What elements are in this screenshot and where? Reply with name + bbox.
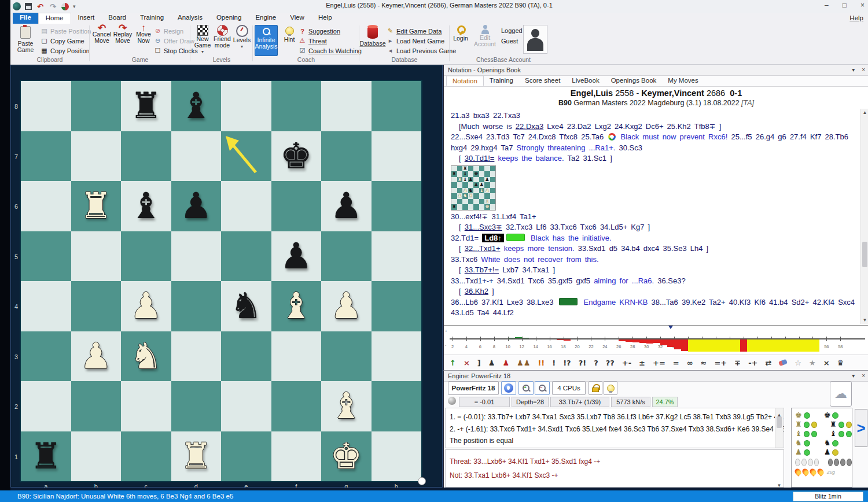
- replay-move-button[interactable]: ↷ Replay Move: [112, 25, 133, 55]
- move-text[interactable]: 32.Td1=: [451, 234, 482, 242]
- square-h4[interactable]: [372, 281, 422, 331]
- database-button[interactable]: Database: [361, 25, 384, 55]
- annotation-symbol-25[interactable]: ×: [823, 359, 830, 367]
- panel-close-icon[interactable]: ×: [862, 65, 865, 75]
- piece-black-P-f5[interactable]: ♟: [271, 231, 322, 282]
- square-a4[interactable]: [21, 281, 71, 331]
- move-text[interactable]: 36...Lb6 37.Kf1 Lxe3 38.Lxe3: [451, 298, 557, 307]
- move-text[interactable]: Black has the initiative.: [527, 234, 612, 242]
- suggestion-button[interactable]: ? Suggestion: [299, 26, 340, 36]
- square-a7[interactable]: [21, 131, 71, 182]
- scroll-up-icon[interactable]: ▲: [861, 110, 868, 115]
- maximize-button[interactable]: □: [843, 1, 847, 9]
- piece-black-R-a1[interactable]: ♜: [21, 431, 71, 482]
- notation-line[interactable]: ♜♜♝♚♜♝♟♟♟♟♟♞♝♟♟♞♜♝♜♚: [451, 164, 858, 212]
- tab-training[interactable]: Training: [133, 13, 171, 24]
- move-text[interactable]: 33.Tb7+!=: [465, 265, 499, 274]
- square-c1[interactable]: [121, 431, 171, 482]
- annotation-symbol-7[interactable]: !: [552, 359, 556, 367]
- notation-tab-openings-book[interactable]: Openings Book: [605, 76, 663, 86]
- square-b5[interactable]: [71, 231, 122, 282]
- piece-black-P-g6[interactable]: ♟: [321, 181, 372, 231]
- notation-tab-livebook[interactable]: LiveBook: [566, 76, 605, 86]
- panel-dropdown-icon[interactable]: ▾: [852, 65, 855, 75]
- move-text[interactable]: [Much worse is: [459, 122, 516, 131]
- annotation-symbol-10[interactable]: ?: [594, 359, 598, 367]
- coach-watching-checkbox[interactable]: ☑: [299, 47, 306, 54]
- piece-black-B-d8[interactable]: ♝: [171, 81, 222, 131]
- notation-line[interactable]: 33.Txc6 White does not recover from this…: [451, 254, 858, 265]
- piece-black-N-e4[interactable]: ♞: [221, 281, 271, 331]
- square-f8[interactable]: [271, 81, 322, 131]
- current-move[interactable]: Ld8↑: [482, 234, 504, 242]
- annotation-symbol-15[interactable]: =: [673, 359, 679, 367]
- move-text[interactable]: 30.Td1!=: [465, 154, 495, 163]
- square-f6[interactable]: [271, 181, 322, 231]
- square-d3[interactable]: [171, 331, 222, 382]
- tab-help[interactable]: Help: [311, 13, 339, 24]
- annotation-symbol-16[interactable]: ∞: [687, 359, 693, 367]
- annotation-symbol-21[interactable]: ⇄: [765, 359, 771, 367]
- cancel-move-button[interactable]: ↶ Cancel Move: [91, 25, 112, 55]
- square-d5[interactable]: [171, 231, 222, 282]
- square-g8[interactable]: [321, 81, 372, 131]
- annotation-symbol-5[interactable]: ♟♟: [517, 359, 530, 367]
- engine-hint-button[interactable]: [604, 381, 617, 395]
- hint-button[interactable]: Hint: [279, 25, 300, 55]
- annotation-symbol-3[interactable]: ♟: [488, 359, 495, 367]
- load-previous-game-button[interactable]: ◂ Load Previous Game: [387, 46, 456, 56]
- annotation-symbol-12[interactable]: +-: [622, 359, 631, 367]
- piece-black-P-d6[interactable]: ♟: [171, 181, 222, 231]
- move-text[interactable]: 36.Kh2: [465, 287, 488, 296]
- move-text[interactable]: 32...Txd1+: [465, 244, 501, 253]
- cpus-button[interactable]: 4 CPUs: [552, 381, 586, 395]
- square-h7[interactable]: [372, 131, 422, 182]
- notation-line[interactable]: 33...Txd1+-+ 34.Sxd1 Txc6 35.gxf5 gxf5 a…: [451, 276, 858, 287]
- levels-dropdown-icon[interactable]: ▾: [241, 43, 243, 50]
- square-d7[interactable]: [171, 131, 222, 182]
- notation-line[interactable]: [ 33.Tb7+!= Lxb7 34.Txa1 ]: [451, 265, 858, 276]
- engine-scrollbar-thumb[interactable]: [777, 416, 782, 428]
- annotation-symbol-1[interactable]: ×: [464, 359, 470, 367]
- notation-line[interactable]: [ 32...Txd1+ keeps more tension. 33.Sxd1…: [451, 243, 858, 254]
- notation-line[interactable]: 32.Td1= Ld8↑ Black has the initiative.: [451, 233, 858, 244]
- decrease-lines-button[interactable]: −: [535, 381, 550, 395]
- square-d2[interactable]: [171, 381, 222, 431]
- levels-button[interactable]: Levels ▾: [231, 25, 252, 55]
- piece-white-B-f4[interactable]: ♝: [271, 281, 322, 331]
- square-e7[interactable]: [221, 131, 271, 182]
- annotation-symbol-8[interactable]: !?: [563, 359, 571, 367]
- close-button[interactable]: ×: [860, 1, 865, 9]
- switch-engine-button[interactable]: [501, 381, 516, 395]
- stop-clocks-button[interactable]: ☐ Stop Clocks: [154, 46, 198, 56]
- move-text[interactable]: 33...Txd1+-+ 34.Sxd1 Txc6 35.gxf5 gxf5: [451, 276, 594, 285]
- notation-line[interactable]: [ 30.Td1!= keeps the balance. Ta2 31.Sc1…: [451, 153, 858, 164]
- move-text[interactable]: Lxb7 34.Txa1 ]: [499, 265, 555, 274]
- expand-panel-button[interactable]: >: [855, 409, 867, 447]
- piece-black-K-f7[interactable]: ♚: [271, 131, 322, 182]
- tab-board[interactable]: Board: [101, 13, 133, 24]
- piece-white-P-b3[interactable]: ♟: [71, 331, 122, 382]
- piece-black-B-c6[interactable]: ♝: [121, 181, 171, 231]
- stop-clocks-checkbox[interactable]: ☐: [154, 47, 161, 54]
- move-text[interactable]: 33.Txc6: [451, 255, 481, 264]
- lock-button[interactable]: [589, 381, 602, 395]
- square-h5[interactable]: [372, 231, 422, 282]
- move-text[interactable]: 22.Dxa3: [516, 122, 543, 131]
- minimize-button[interactable]: –: [825, 1, 829, 9]
- annotation-symbol-13[interactable]: ±: [639, 359, 645, 367]
- engine-lines-scrollbar[interactable]: ▲: [775, 408, 783, 448]
- notation-tab-notation[interactable]: Notation: [446, 76, 484, 86]
- notation-line[interactable]: [Much worse is 22.Dxa3 Lxe4 23.Da2 Lxg2 …: [451, 121, 858, 132]
- annotation-symbol-20[interactable]: -+: [748, 359, 757, 367]
- move-text[interactable]: 33.Sxd1 d5 34.b4 dxc4 35.Se3 Lh4 ]: [578, 244, 708, 253]
- square-a6[interactable]: [21, 181, 71, 231]
- square-a5[interactable]: [21, 231, 71, 282]
- notation-tab-score-sheet[interactable]: Score sheet: [519, 76, 566, 86]
- annotation-symbol-18[interactable]: =+: [714, 359, 727, 367]
- notation-tab-training[interactable]: Training: [484, 76, 519, 86]
- annotation-symbol-24[interactable]: ★: [809, 359, 816, 367]
- avatar[interactable]: [523, 25, 547, 54]
- annotation-symbol-19[interactable]: ∓: [734, 359, 741, 367]
- notation-line[interactable]: 36...Lb6 37.Kf1 Lxe3 38.Lxe3 Endgame KRN…: [451, 297, 858, 319]
